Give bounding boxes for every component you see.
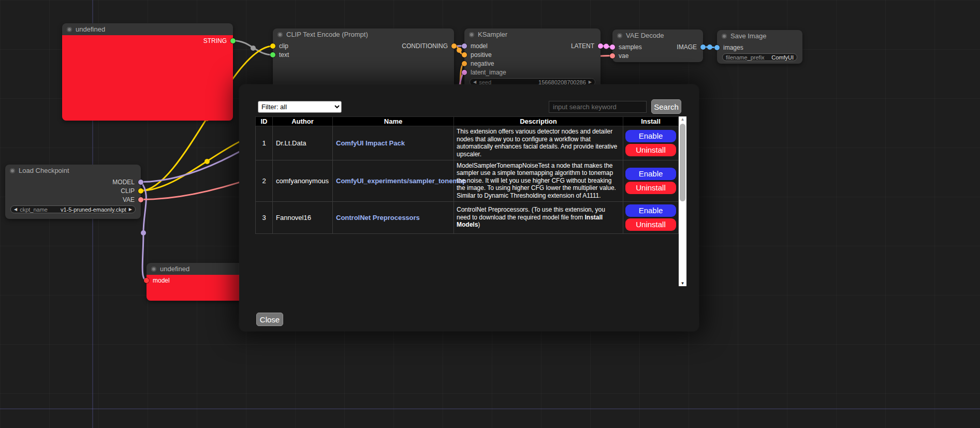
close-button[interactable]: Close bbox=[256, 313, 283, 326]
col-header-description: Description bbox=[454, 117, 623, 126]
scroll-down-icon[interactable]: ▼ bbox=[679, 281, 686, 286]
extension-row: 2 comfyanonymous ComfyUI_experiments/sam… bbox=[256, 160, 679, 201]
extension-link[interactable]: ComfyUI_experiments/sampler_tonemap bbox=[336, 177, 466, 185]
uninstall-button[interactable]: Uninstall bbox=[625, 218, 676, 231]
scroll-up-icon[interactable]: ▲ bbox=[679, 117, 686, 122]
samples-port-dot[interactable] bbox=[610, 45, 615, 50]
collapse-dot-icon[interactable] bbox=[277, 32, 283, 37]
node-load-checkpoint[interactable]: Load Checkpoint MODEL CLIP VAE ◀ ckpt_na… bbox=[5, 165, 141, 219]
node-body-error: STRING bbox=[62, 35, 233, 121]
node-save-image[interactable]: Save Image images filename_prefix ComfyU… bbox=[717, 30, 802, 64]
col-header-id: ID bbox=[256, 117, 273, 126]
col-header-author: Author bbox=[273, 117, 333, 126]
string-port-dot[interactable] bbox=[230, 38, 236, 43]
input-port-latent-image: latent_image bbox=[464, 68, 601, 77]
conditioning-port-dot[interactable] bbox=[451, 43, 457, 49]
scrollbar-thumb[interactable] bbox=[680, 124, 685, 201]
model-port-dot[interactable] bbox=[462, 43, 467, 49]
node-header[interactable]: Load Checkpoint bbox=[5, 165, 141, 176]
enable-button[interactable]: Enable bbox=[625, 168, 676, 180]
clip-port-dot[interactable] bbox=[138, 188, 143, 194]
output-port-string: STRING bbox=[62, 36, 233, 45]
node-body: samples IMAGE vae bbox=[612, 41, 703, 62]
row-description: ModelSamplerTonemapNoiseTest a node that… bbox=[454, 160, 623, 201]
row-id: 2 bbox=[256, 160, 273, 201]
node-title: undefined bbox=[160, 265, 189, 273]
model-port-dot[interactable] bbox=[138, 180, 143, 185]
enable-button[interactable]: Enable bbox=[625, 204, 676, 217]
vae-port-dot[interactable] bbox=[138, 197, 143, 202]
row-description: This extension offers various detector n… bbox=[454, 126, 623, 160]
wire-string bbox=[233, 41, 273, 55]
ckpt-name-widget[interactable]: ◀ ckpt_name v1-5-pruned-emaonly.ckpt ▶ bbox=[10, 205, 136, 213]
node-body: MODEL CLIP VAE ◀ ckpt_name v1-5-pruned-e… bbox=[5, 176, 141, 219]
collapse-dot-icon[interactable] bbox=[617, 33, 622, 38]
node-title: undefined bbox=[76, 25, 105, 33]
row-description: ControlNet Preprocessors. (To use this e… bbox=[454, 201, 623, 233]
table-header-row: ID Author Name Description Install bbox=[256, 117, 679, 126]
collapse-dot-icon[interactable] bbox=[67, 27, 72, 32]
port-row: samples IMAGE bbox=[612, 42, 703, 51]
node-title: Save Image bbox=[730, 32, 766, 40]
enable-button[interactable]: Enable bbox=[625, 130, 676, 142]
search-button[interactable]: Search bbox=[651, 99, 681, 114]
model-port-dot[interactable] bbox=[144, 278, 149, 283]
decrement-arrow-icon[interactable]: ◀ bbox=[473, 80, 476, 84]
next-arrow-icon[interactable]: ▶ bbox=[129, 208, 132, 212]
port-row: model LATENT bbox=[464, 41, 601, 50]
vae-port-dot[interactable] bbox=[610, 53, 615, 58]
collapse-dot-icon[interactable] bbox=[469, 32, 474, 37]
image-port-dot[interactable] bbox=[700, 45, 706, 50]
row-author: Fannovel16 bbox=[273, 201, 333, 233]
node-title: KSampler bbox=[478, 31, 507, 38]
node-header[interactable]: CLIP Text Encode (Prompt) bbox=[273, 28, 454, 40]
clip-port-dot[interactable] bbox=[270, 43, 275, 49]
positive-port-dot[interactable] bbox=[462, 52, 467, 57]
row-author: Dr.Lt.Data bbox=[273, 126, 333, 160]
text-port-dot[interactable] bbox=[270, 52, 275, 57]
output-port-model: MODEL bbox=[5, 178, 141, 186]
node-header[interactable]: VAE Decode bbox=[612, 29, 703, 41]
node-undefined-top[interactable]: undefined STRING bbox=[62, 23, 233, 121]
prev-arrow-icon[interactable]: ◀ bbox=[14, 208, 17, 212]
input-port-vae: vae bbox=[612, 51, 703, 60]
node-header[interactable]: KSampler bbox=[464, 28, 601, 40]
extension-link[interactable]: ControlNet Preprocessors bbox=[336, 214, 420, 222]
collapse-dot-icon[interactable] bbox=[151, 267, 156, 272]
latent-image-port-dot[interactable] bbox=[462, 70, 467, 75]
node-header[interactable]: undefined bbox=[62, 23, 233, 35]
filter-select[interactable]: Filter: all bbox=[258, 101, 342, 113]
images-port-dot[interactable] bbox=[714, 45, 720, 50]
canvas-origin-hline bbox=[0, 408, 980, 409]
input-port-text: text bbox=[273, 50, 454, 59]
node-vae-decode[interactable]: VAE Decode samples IMAGE vae bbox=[612, 29, 703, 62]
input-port-images: images bbox=[717, 43, 802, 52]
search-input[interactable] bbox=[549, 101, 647, 113]
filename-prefix-widget[interactable]: filename_prefix ComfyUI bbox=[722, 53, 797, 61]
col-header-name: Name bbox=[333, 117, 454, 126]
uninstall-button[interactable]: Uninstall bbox=[625, 182, 676, 194]
output-port-clip: CLIP bbox=[5, 186, 141, 195]
row-author: comfyanonymous bbox=[273, 160, 333, 201]
extension-row: 3 Fannovel16 ControlNet Preprocessors Co… bbox=[256, 201, 679, 233]
extension-link[interactable]: ComfyUI Impact Pack bbox=[336, 139, 405, 147]
row-id: 3 bbox=[256, 201, 273, 233]
collapse-dot-icon[interactable] bbox=[722, 34, 727, 39]
table-scrollbar[interactable]: ▲ ▼ bbox=[679, 116, 686, 286]
node-title: Load Checkpoint bbox=[19, 167, 69, 174]
negative-port-dot[interactable] bbox=[462, 61, 467, 66]
custom-nodes-manager-dialog: Filter: all Search ID Author Name Descri… bbox=[239, 84, 699, 331]
node-header[interactable]: Save Image bbox=[717, 30, 802, 42]
node-title: CLIP Text Encode (Prompt) bbox=[286, 31, 368, 38]
node-body: images filename_prefix ComfyUI bbox=[717, 42, 802, 64]
increment-arrow-icon[interactable]: ▶ bbox=[589, 80, 592, 84]
input-port-positive: positive bbox=[464, 50, 601, 59]
collapse-dot-icon[interactable] bbox=[10, 168, 15, 173]
input-port-negative: negative bbox=[464, 59, 601, 68]
col-header-install: Install bbox=[623, 117, 679, 126]
port-row: clip CONDITIONING bbox=[273, 41, 454, 50]
extension-row: 1 Dr.Lt.Data ComfyUI Impact Pack This ex… bbox=[256, 126, 679, 160]
uninstall-button[interactable]: Uninstall bbox=[625, 144, 676, 156]
node-title: VAE Decode bbox=[626, 32, 664, 39]
latent-port-dot[interactable] bbox=[598, 43, 603, 49]
